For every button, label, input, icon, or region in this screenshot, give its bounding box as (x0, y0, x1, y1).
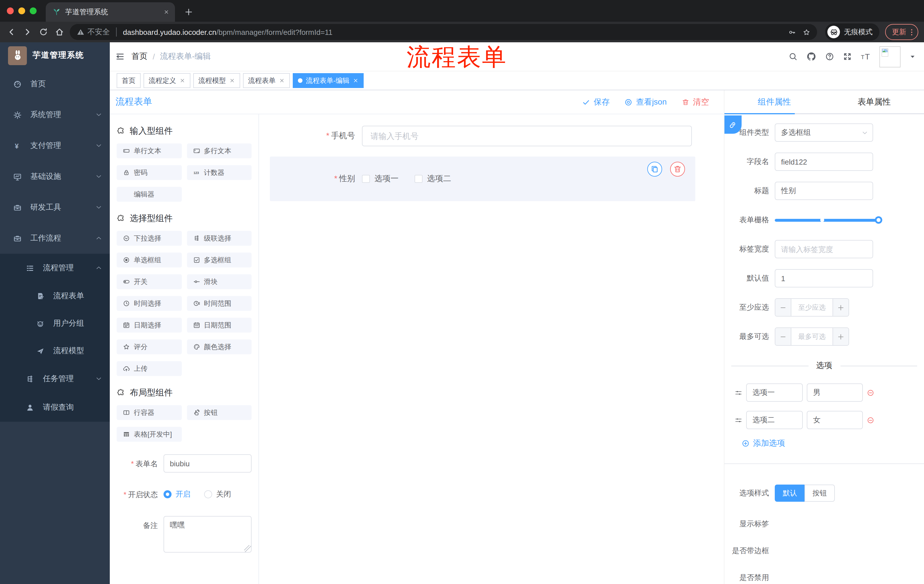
designer-action-查看json[interactable]: 查看json (625, 97, 667, 107)
component-type-select[interactable]: 多选框组 (775, 123, 873, 142)
palette-item-单选框组[interactable]: 单选框组 (117, 253, 182, 267)
tab-表单属性[interactable]: 表单属性 (824, 90, 924, 113)
palette-item-计数器[interactable]: 123计数器 (187, 165, 252, 180)
canvas-field-phone[interactable]: *手机号 (293, 126, 692, 146)
default-value-input[interactable] (775, 269, 873, 288)
avatar[interactable] (879, 46, 901, 67)
github-icon[interactable] (806, 51, 817, 62)
stepper-increase-button[interactable] (833, 299, 848, 316)
sidebar-item-首页[interactable]: 首页 (0, 69, 110, 99)
palette-item-颜色选择[interactable]: 颜色选择 (187, 339, 252, 354)
option-label-input[interactable] (746, 411, 803, 429)
close-tab-icon[interactable] (163, 9, 169, 15)
remove-option-button[interactable] (867, 389, 874, 396)
kebab-menu-icon[interactable] (908, 28, 916, 36)
radio-关闭[interactable]: 关闭 (204, 489, 231, 499)
browser-tab[interactable]: 芋道管理系统 (46, 2, 175, 22)
sidebar-item-流程管理[interactable]: 流程管理 (0, 254, 110, 282)
slider-handle[interactable] (875, 216, 882, 224)
tag-view-流程模型[interactable]: 流程模型 (193, 73, 240, 88)
form-remark-textarea[interactable]: 嘿嘿 (163, 516, 252, 553)
min-select-stepper[interactable]: 至少应选 (775, 298, 849, 317)
palette-item-行容器[interactable]: 行容器 (117, 405, 182, 420)
palette-item-密码[interactable]: 密码 (117, 165, 182, 180)
sidebar-item-工作流程[interactable]: 工作流程 (0, 223, 110, 254)
designer-action-保存[interactable]: 保存 (582, 97, 610, 107)
add-option-button[interactable]: 添加选项 (742, 438, 924, 449)
palette-item-时间范围[interactable]: 时间范围 (187, 296, 252, 311)
copy-field-button[interactable] (647, 162, 662, 176)
sidebar-item-任务管理[interactable]: 任务管理 (0, 365, 110, 393)
phone-input[interactable] (362, 126, 692, 146)
option-value-input[interactable] (807, 383, 863, 402)
palette-item-下拉选择[interactable]: 下拉选择 (117, 231, 182, 246)
sidebar-item-流程模型[interactable]: 流程模型 (0, 337, 110, 365)
canvas-field-gender-selected[interactable]: *性别 选项一选项二 (270, 156, 695, 201)
option-style-按钮[interactable]: 按钮 (805, 485, 835, 502)
checkbox-选项一[interactable]: 选项一 (362, 174, 399, 184)
collapse-sidebar-icon[interactable] (116, 52, 125, 61)
label-width-input[interactable] (775, 240, 873, 258)
palette-item-上传[interactable]: 上传 (117, 361, 182, 376)
breadcrumb-root[interactable]: 首页 (132, 51, 147, 62)
home-button[interactable] (51, 24, 68, 40)
bookmark-star-icon[interactable] (803, 28, 810, 36)
palette-item-单行文本[interactable]: 单行文本 (117, 143, 182, 158)
palette-item-按钮[interactable]: 按钮 (187, 405, 252, 420)
update-button[interactable]: 更新 (885, 24, 918, 40)
link-badge[interactable] (724, 115, 742, 134)
palette-item-开关[interactable]: 开关 (117, 274, 182, 289)
sidebar-item-流程表单[interactable]: 流程表单 (0, 282, 110, 310)
remove-option-button[interactable] (867, 416, 874, 424)
address-bar[interactable]: 不安全 dashboard.yudao.iocoder.cn/bpm/manag… (70, 24, 817, 40)
sidebar-item-基础设施[interactable]: 基础设施 (0, 161, 110, 192)
palette-item-多行文本[interactable]: 多行文本 (187, 143, 252, 158)
form-canvas[interactable]: *手机号 *性别 选项一选项二 (259, 114, 724, 584)
option-style-默认[interactable]: 默认 (775, 485, 805, 502)
close-window-button[interactable] (7, 7, 14, 14)
chevron-down-icon[interactable] (909, 53, 916, 60)
option-label-input[interactable] (746, 383, 803, 402)
palette-item-级联选择[interactable]: 级联选择 (187, 231, 252, 246)
option-value-input[interactable] (807, 411, 863, 429)
delete-field-button[interactable] (670, 162, 685, 176)
back-button[interactable] (3, 24, 20, 40)
palette-item-表格[开发中][interactable]: 表格[开发中] (117, 427, 182, 442)
palette-item-编辑器[interactable]: 编辑器 (117, 187, 182, 202)
palette-item-滑块[interactable]: 滑块 (187, 274, 252, 289)
search-icon[interactable] (789, 52, 798, 61)
close-icon[interactable] (279, 78, 285, 84)
sidebar-item-支付管理[interactable]: ¥支付管理 (0, 130, 110, 161)
close-icon[interactable] (229, 78, 235, 84)
minimize-window-button[interactable] (18, 7, 25, 14)
radio-开启[interactable]: 开启 (163, 489, 190, 499)
forward-button[interactable] (20, 24, 35, 40)
sidebar-item-请假查询[interactable]: 请假查询 (0, 393, 110, 422)
new-tab-button[interactable] (181, 4, 197, 20)
stepper-decrease-button[interactable] (776, 299, 791, 316)
palette-item-日期范围[interactable]: 日期范围 (187, 318, 252, 332)
palette-item-评分[interactable]: 评分 (117, 339, 182, 354)
designer-action-清空[interactable]: 清空 (681, 97, 709, 107)
sidebar-item-研发工具[interactable]: 研发工具 (0, 192, 110, 223)
palette-item-时间选择[interactable]: 时间选择 (117, 296, 182, 311)
sidebar-item-系统管理[interactable]: 系统管理 (0, 99, 110, 130)
fontsize-icon[interactable]: TT (861, 51, 871, 62)
close-icon[interactable] (180, 78, 185, 84)
grid-slider[interactable] (775, 211, 878, 229)
stepper-increase-button[interactable] (833, 328, 848, 345)
zoom-window-button[interactable] (30, 7, 36, 14)
tag-view-流程表单[interactable]: 流程表单 (243, 73, 290, 88)
palette-item-多选框组[interactable]: 多选框组 (187, 253, 252, 267)
key-icon[interactable] (789, 28, 796, 36)
tag-view-首页[interactable]: 首页 (117, 73, 141, 88)
max-select-stepper[interactable]: 最多可选 (775, 327, 849, 346)
tab-组件属性[interactable]: 组件属性 (724, 90, 824, 113)
help-icon[interactable] (825, 52, 834, 61)
palette-item-日期选择[interactable]: 日期选择 (117, 318, 182, 332)
close-icon[interactable] (353, 78, 358, 84)
tag-view-流程定义[interactable]: 流程定义 (144, 73, 190, 88)
sidebar-item-用户分组[interactable]: 用户分组 (0, 310, 110, 337)
reload-button[interactable] (35, 24, 51, 40)
tag-view-流程表单-编辑[interactable]: 流程表单-编辑 (293, 73, 364, 88)
